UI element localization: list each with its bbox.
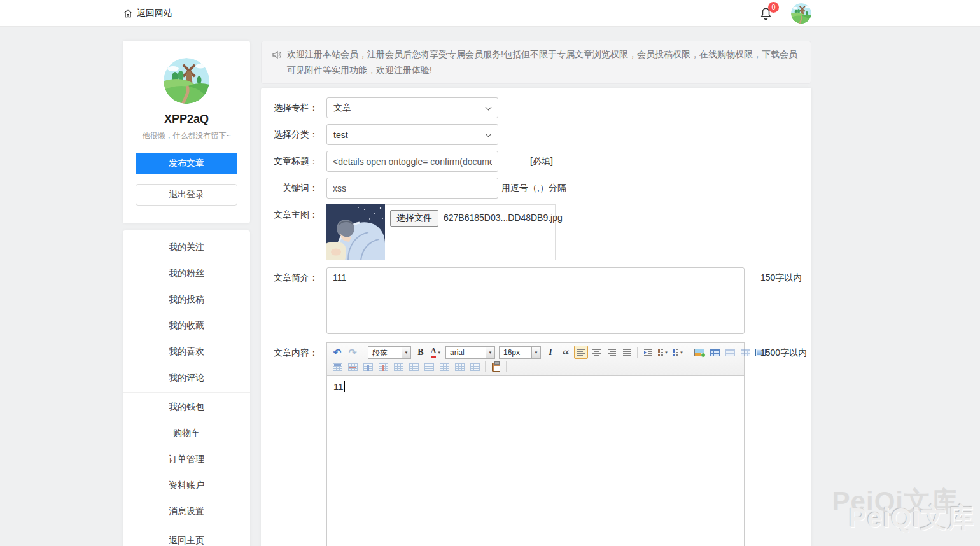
sidebar-item-account[interactable]: 资料账户	[123, 472, 250, 498]
sidebar-menu: 我的关注 我的粉丝 我的投稿 我的收藏 我的喜欢 我的评论 我的钱包 购物车 订…	[123, 230, 250, 546]
sidebar-item-favorites[interactable]: 我的收藏	[123, 312, 250, 339]
column-select[interactable]: 文章	[326, 97, 498, 118]
sidebar-item-posts[interactable]: 我的投稿	[123, 286, 250, 312]
justify-icon	[623, 349, 631, 356]
choose-file-button[interactable]: 选择文件	[390, 210, 438, 227]
merge-right-icon	[409, 363, 419, 371]
user-avatar[interactable]	[791, 3, 811, 24]
publish-article-button[interactable]: 发布文章	[136, 153, 237, 174]
merge-down-icon	[424, 363, 434, 371]
insert-table-button[interactable]	[708, 346, 722, 359]
main-image-label: 文章主图：	[261, 204, 318, 221]
unordered-list-icon	[673, 349, 678, 356]
align-center-button[interactable]	[589, 346, 603, 359]
font-color-icon: A	[431, 347, 437, 357]
undo-button[interactable]: ↶	[330, 346, 344, 359]
sidebar-item-likes[interactable]: 我的喜欢	[123, 339, 250, 365]
italic-button[interactable]: I	[543, 346, 557, 359]
blockquote-icon: “	[563, 353, 570, 358]
welcome-notice: 欢迎注册本站会员，注册会员后您将享受专属会员服务!包括但不限于专属文章浏览权限，…	[261, 41, 811, 84]
insert-column-button[interactable]	[361, 360, 375, 374]
sidebar-item-follows[interactable]: 我的关注	[123, 234, 250, 260]
title-label: 文章标题：	[261, 156, 318, 167]
font-size-select[interactable]: 16px ▼	[499, 346, 541, 359]
delete-table-button[interactable]	[723, 346, 737, 359]
top-navbar: 返回网站 0	[0, 0, 980, 27]
font-color-button[interactable]: A ▼	[429, 346, 443, 359]
ordered-list-icon	[658, 349, 663, 356]
align-center-icon	[592, 349, 601, 356]
dropdown-arrow-icon: ▼	[531, 347, 540, 358]
sidebar-item-comments[interactable]: 我的评论	[123, 365, 250, 391]
keywords-label: 关键词：	[261, 183, 318, 194]
indent-button[interactable]	[641, 346, 655, 359]
content-label: 文章内容：	[261, 342, 318, 359]
align-left-button[interactable]	[574, 346, 588, 359]
text-cursor	[344, 381, 345, 392]
summary-textarea[interactable]: 111	[326, 267, 745, 334]
required-hint: [必填]	[530, 156, 553, 167]
align-left-icon	[577, 349, 585, 356]
justify-button[interactable]	[620, 346, 634, 359]
merge-down-button[interactable]	[422, 360, 436, 374]
sleeping-person-illustration	[326, 204, 385, 260]
sidebar-item-back-home[interactable]: 返回主页	[123, 528, 250, 546]
merge-cells-button[interactable]	[391, 360, 405, 374]
main-content: 欢迎注册本站会员，注册会员后您将享受专属会员服务!包括但不限于专属文章浏览权限，…	[261, 41, 811, 546]
sidebar-item-message-settings[interactable]: 消息设置	[123, 498, 250, 524]
font-family-select-value: arial	[446, 347, 486, 358]
summary-hint: 150字以内	[760, 267, 802, 284]
delete-row-button[interactable]	[346, 360, 360, 374]
insert-row-button[interactable]	[330, 360, 344, 374]
editor-toolbar: ↶ ↷ 段落 ▼ B A ▼	[327, 343, 744, 376]
insert-image-button[interactable]	[692, 346, 706, 359]
paste-button[interactable]	[489, 360, 503, 374]
keywords-hint: 用逗号（,）分隔	[501, 183, 566, 194]
bold-button[interactable]: B	[414, 346, 428, 359]
split-cells-button[interactable]	[437, 360, 451, 374]
sidebar-item-fans[interactable]: 我的粉丝	[123, 260, 250, 286]
table-properties-button[interactable]	[738, 346, 752, 359]
dropdown-arrow-icon: ▼	[680, 351, 683, 354]
font-family-select[interactable]: arial ▼	[445, 346, 495, 359]
summary-label: 文章简介：	[261, 267, 318, 284]
category-label: 选择分类：	[261, 129, 318, 141]
dropdown-arrow-icon: ▼	[486, 347, 494, 358]
toolbar-separator	[506, 361, 507, 372]
align-right-button[interactable]	[605, 346, 619, 359]
user-bio: 他很懒，什么都没有留下~	[136, 130, 237, 141]
back-to-site-link[interactable]: 返回网站	[123, 8, 172, 19]
toolbar-separator	[363, 347, 363, 358]
category-select[interactable]: test	[326, 124, 498, 145]
split-row-button[interactable]	[452, 360, 466, 374]
split-column-button[interactable]	[468, 360, 482, 374]
title-input[interactable]	[326, 151, 498, 172]
screen: 返回网站 0	[0, 0, 980, 546]
split-column-icon	[470, 363, 480, 371]
delete-row-icon	[348, 363, 358, 371]
delete-table-icon	[725, 349, 735, 356]
paragraph-select[interactable]: 段落 ▼	[368, 346, 411, 359]
sidebar-item-wallet[interactable]: 我的钱包	[123, 394, 250, 420]
indent-icon	[644, 349, 652, 356]
sidebar-item-cart[interactable]: 购物车	[123, 420, 250, 446]
keywords-input[interactable]	[326, 178, 498, 199]
merge-right-button[interactable]	[407, 360, 421, 374]
unordered-list-button[interactable]: ▼	[671, 346, 685, 359]
ordered-list-button[interactable]: ▼	[656, 346, 670, 359]
profile-avatar	[164, 58, 209, 104]
back-to-site-label: 返回网站	[137, 8, 172, 19]
publish-form: 选择专栏： 文章 选择分类： test 文章标题： [	[261, 88, 811, 546]
editor-content[interactable]: 11	[327, 376, 744, 546]
toolbar-separator	[637, 347, 638, 358]
insert-row-icon	[333, 363, 342, 371]
sidebar-item-orders[interactable]: 订单管理	[123, 446, 250, 472]
redo-button[interactable]: ↷	[346, 346, 360, 359]
delete-column-button[interactable]	[376, 360, 390, 374]
logout-button[interactable]: 退出登录	[136, 184, 237, 206]
blockquote-button[interactable]: “	[559, 346, 573, 359]
profile-card: XPP2aQ 他很懒，什么都没有留下~ 发布文章 退出登录	[123, 41, 250, 223]
notifications-button[interactable]: 0	[759, 6, 773, 20]
undo-icon: ↶	[333, 347, 342, 357]
main-image-thumbnail	[326, 204, 385, 260]
